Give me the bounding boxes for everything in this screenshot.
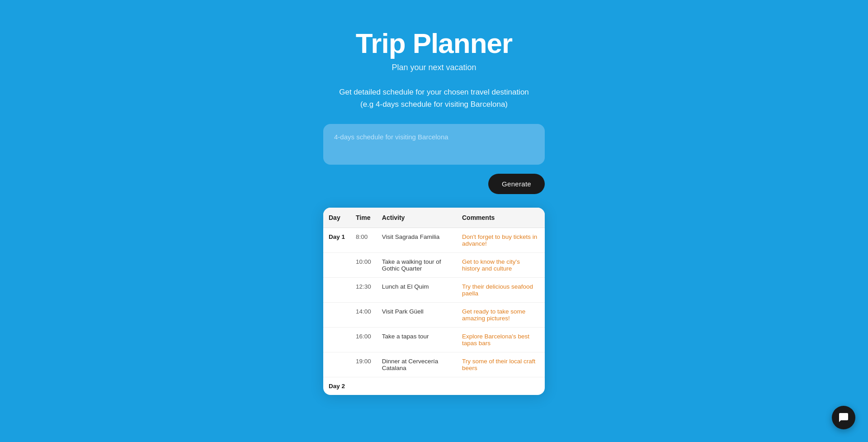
table-row: 16:00Take a tapas tourExplore Barcelona'…: [323, 328, 545, 352]
col-header-comments: Comments: [457, 208, 545, 228]
table-row: 10:00Take a walking tour of Gothic Quart…: [323, 253, 545, 278]
cell-time: 14:00: [350, 303, 377, 328]
table-header-row: Day Time Activity Comments: [323, 208, 545, 228]
cell-day: [323, 352, 350, 377]
cell-activity: Visit Park Güell: [377, 303, 457, 328]
cell-activity: Dinner at Cervecería Catalana: [377, 352, 457, 377]
app-title: Trip Planner: [356, 27, 512, 59]
cell-activity: [377, 377, 457, 395]
cell-activity: Take a walking tour of Gothic Quarter: [377, 253, 457, 278]
cell-time: 19:00: [350, 352, 377, 377]
col-header-day: Day: [323, 208, 350, 228]
cell-comments: Try some of their local craft beers: [457, 352, 545, 377]
col-header-time: Time: [350, 208, 377, 228]
table-row: Day 2: [323, 377, 545, 395]
description-line1: Get detailed schedule for your chosen tr…: [339, 88, 529, 96]
cell-day: [323, 303, 350, 328]
cell-activity: Take a tapas tour: [377, 328, 457, 352]
cell-activity: Visit Sagrada Familia: [377, 228, 457, 253]
input-container: [323, 124, 545, 166]
trip-input[interactable]: [323, 124, 545, 165]
cell-activity: Lunch at El Quim: [377, 278, 457, 303]
chat-icon: [838, 412, 849, 423]
cell-day: [323, 328, 350, 352]
table-row: 19:00Dinner at Cervecería CatalanaTry so…: [323, 352, 545, 377]
header-section: Trip Planner Plan your next vacation: [356, 27, 512, 72]
cell-day: [323, 278, 350, 303]
generate-button[interactable]: Generate: [488, 174, 545, 194]
schedule-table-container: Day Time Activity Comments Day 18:00Visi…: [323, 208, 545, 395]
col-header-activity: Activity: [377, 208, 457, 228]
cell-time: [350, 377, 377, 395]
generate-row: Generate: [323, 174, 545, 194]
cell-time: 8:00: [350, 228, 377, 253]
chat-button[interactable]: [832, 406, 855, 429]
cell-time: 12:30: [350, 278, 377, 303]
cell-day: Day 1: [323, 228, 350, 253]
schedule-table: Day Time Activity Comments Day 18:00Visi…: [323, 208, 545, 395]
description: Get detailed schedule for your chosen tr…: [339, 86, 529, 110]
table-row: Day 18:00Visit Sagrada FamiliaDon't forg…: [323, 228, 545, 253]
cell-comments: Try their delicious seafood paella: [457, 278, 545, 303]
cell-day: Day 2: [323, 377, 350, 395]
cell-comments: Get ready to take some amazing pictures!: [457, 303, 545, 328]
app-subtitle: Plan your next vacation: [356, 63, 512, 72]
description-line2: (e.g 4-days schedule for visiting Barcel…: [360, 100, 508, 109]
cell-comments: Don't forget to buy tickets in advance!: [457, 228, 545, 253]
cell-time: 10:00: [350, 253, 377, 278]
cell-comments: Explore Barcelona's best tapas bars: [457, 328, 545, 352]
cell-time: 16:00: [350, 328, 377, 352]
table-row: 12:30Lunch at El QuimTry their delicious…: [323, 278, 545, 303]
cell-day: [323, 253, 350, 278]
table-row: 14:00Visit Park GüellGet ready to take s…: [323, 303, 545, 328]
cell-comments: Get to know the city's history and cultu…: [457, 253, 545, 278]
cell-comments: [457, 377, 545, 395]
